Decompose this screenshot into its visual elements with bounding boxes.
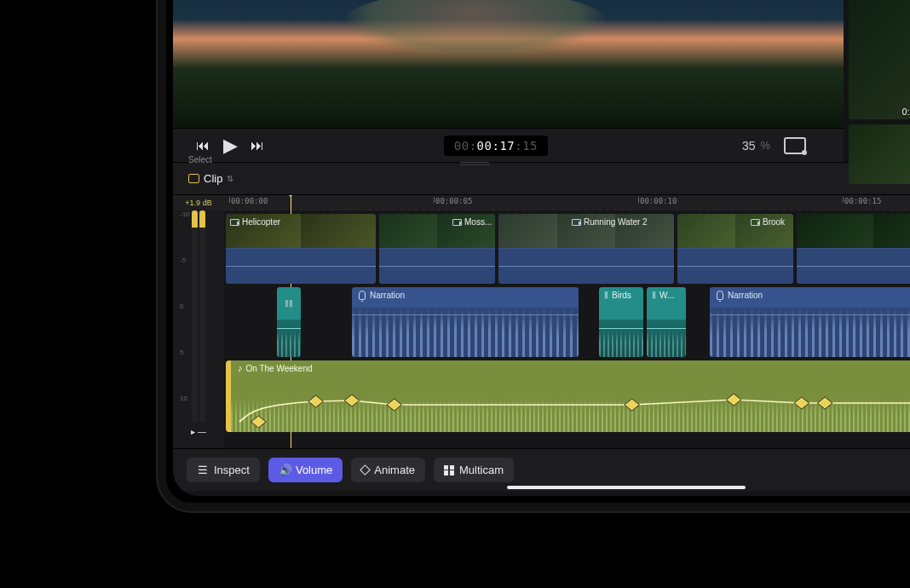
select-mode-picker[interactable]: Clip ⇅	[188, 172, 233, 185]
ruler-tick: 00:00:05	[435, 197, 472, 205]
media-browser: 0:24 0:07 0:25 0:26	[844, 0, 910, 162]
media-thumbnail[interactable]: 0:25	[849, 0, 910, 119]
narration-clip[interactable]: Narration	[352, 287, 579, 357]
button-label: Inspect	[214, 464, 250, 476]
play-button[interactable]: ▶	[221, 135, 239, 157]
viewer-fit-button[interactable]	[784, 137, 806, 154]
zoom-unit: %	[760, 139, 770, 152]
video-clip[interactable]	[797, 214, 910, 284]
meter-db-label: +1.9 dB	[173, 195, 224, 210]
narration-clip[interactable]: Narration	[710, 287, 910, 357]
video-clip[interactable]: Helicopter	[226, 214, 376, 284]
speaker-icon: 🔊	[279, 464, 291, 476]
volume-keyframe-curve[interactable]	[231, 360, 910, 432]
svg-rect-6	[794, 397, 809, 409]
timecode-frames: :15	[515, 139, 538, 153]
timecode-hour: 00:	[454, 139, 477, 153]
music-track: ♪ On The Weekend	[226, 360, 910, 432]
video-clip[interactable]: Brook	[677, 214, 793, 284]
waveform-icon: ⦀	[604, 290, 608, 300]
audio-clip[interactable]: ⦀W...	[647, 287, 686, 357]
zoom-control[interactable]: 35 %	[742, 139, 770, 153]
svg-rect-0	[251, 416, 267, 428]
svg-rect-2	[344, 395, 360, 406]
sliders-icon: ☰	[197, 464, 209, 476]
next-frame-button[interactable]: ⏭	[248, 138, 267, 153]
audio-track: ⦀⦀ Narration ⦀Birds	[226, 287, 910, 357]
timecode-minsec: 00:17	[477, 139, 515, 153]
camera-icon	[230, 219, 239, 226]
ruler-tick: 00:00:10	[640, 197, 677, 205]
multicam-icon	[444, 465, 454, 476]
timeline-header: Select Clip ⇅ West Coast 03:11 i	[173, 162, 910, 194]
button-label: Animate	[374, 464, 415, 476]
music-clip[interactable]: ♪ On The Weekend	[226, 360, 910, 432]
ruler-tick: 00:00:15	[844, 197, 881, 205]
drag-handle-icon[interactable]	[460, 162, 489, 165]
audio-meter: +1.9 dB -10-50510 ▸ —	[173, 195, 224, 448]
waveform-icon: ⦀	[652, 290, 656, 300]
home-indicator[interactable]	[507, 486, 746, 489]
svg-rect-7	[817, 397, 832, 409]
clip-label: W...	[659, 291, 674, 300]
bottom-toolbar: ☰ Inspect 🔊 Volume Animate Multicam	[173, 448, 910, 491]
waveform-icon: ⦀⦀	[285, 298, 293, 308]
clip-label: Birds	[612, 291, 631, 300]
video-clip[interactable]: Running Water 2	[498, 214, 674, 284]
clip-label: Moss...	[464, 217, 492, 227]
prev-frame-button[interactable]: ⏮	[193, 138, 212, 153]
audio-clip[interactable]: ⦀⦀	[277, 287, 301, 357]
clip-label: Narration	[728, 291, 763, 300]
animate-button[interactable]: Animate	[351, 458, 425, 482]
mic-icon	[359, 291, 366, 300]
clip-label: Helicopter	[242, 217, 280, 227]
multicam-button[interactable]: Multicam	[434, 458, 514, 482]
select-mode-label: Select	[188, 155, 212, 164]
timecode-display[interactable]: 00:00:17:15	[444, 135, 548, 156]
video-clip[interactable]: Moss...	[379, 214, 495, 284]
thumbnail-duration: 0:25	[902, 107, 910, 117]
mic-icon	[717, 291, 723, 300]
button-label: Multicam	[459, 464, 504, 476]
clip-label: Narration	[370, 291, 405, 300]
svg-rect-4	[625, 399, 640, 411]
ruler-tick: 00:00:00	[231, 197, 268, 205]
clip-icon	[188, 174, 199, 183]
preview-video[interactable]	[173, 0, 844, 128]
chevron-updown-icon: ⇅	[227, 174, 233, 183]
zoom-value: 35	[742, 139, 756, 153]
timeline[interactable]: 00:00:00 00:00:05 00:00:10 00:00:15	[224, 195, 910, 448]
svg-rect-5	[726, 394, 741, 406]
timeline-ruler[interactable]: 00:00:00 00:00:05 00:00:10 00:00:15	[224, 195, 910, 210]
inspect-button[interactable]: ☰ Inspect	[187, 458, 260, 482]
meter-play-marker-icon: ▸ —	[173, 427, 224, 436]
svg-rect-1	[308, 395, 324, 407]
audio-clip[interactable]: ⦀Birds	[599, 287, 643, 357]
media-thumbnail[interactable]	[849, 124, 910, 184]
camera-icon	[751, 219, 760, 226]
button-label: Volume	[296, 464, 332, 476]
volume-button[interactable]: 🔊 Volume	[268, 458, 343, 482]
svg-rect-3	[387, 399, 402, 411]
video-track: Helicopter Moss... Running Water 2	[226, 214, 910, 284]
keyframe-icon	[360, 464, 371, 476]
transport-bar: ⏮ ▶ ⏭ 00:00:17:15 35 %	[173, 128, 844, 162]
camera-icon	[452, 219, 462, 226]
select-mode-value: Clip	[204, 172, 222, 185]
camera-icon	[572, 219, 581, 226]
clip-label: Brook	[763, 217, 785, 227]
clip-label: Running Water 2	[584, 217, 648, 227]
